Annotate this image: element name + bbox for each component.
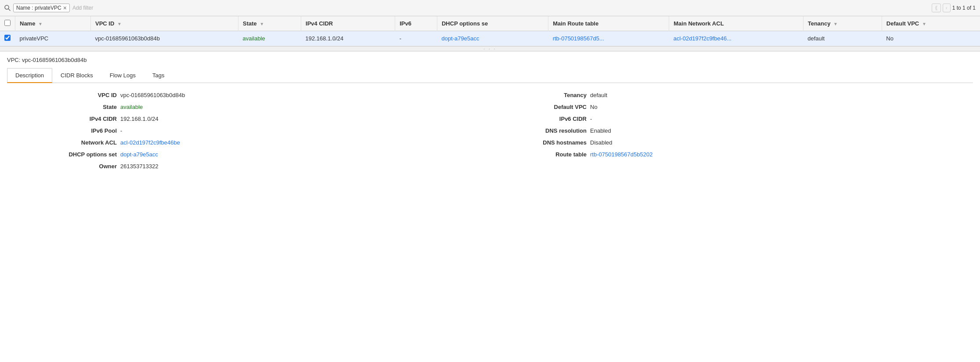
tenancy-sort-icon: ▼	[833, 22, 838, 26]
row-dhcp-link[interactable]: dopt-a79e5acc	[441, 35, 479, 42]
desc-row-ipv6pool: IPv6 Pool -	[51, 127, 486, 134]
search-bar: Name : privateVPC × Add filter ⟪ ‹ 1 to …	[0, 0, 980, 16]
desc-label-state: State	[51, 104, 117, 110]
row-vpcid: vpc-01685961063b0d84b	[91, 31, 238, 46]
col-header-ipv4cidr: IPv4 CIDR	[301, 16, 395, 31]
desc-value-network-acl[interactable]: acl-02d197f2c9fbe46be	[120, 139, 180, 146]
row-default-vpc: No	[882, 31, 980, 46]
pagination-text: 1 to 1 of 1	[952, 5, 976, 11]
state-sort-icon: ▼	[259, 22, 264, 26]
desc-label-ipv6pool: IPv6 Pool	[51, 127, 117, 134]
detail-tabs: Description CIDR Blocks Flow Logs Tags	[7, 68, 973, 83]
name-sort-icon: ▼	[38, 22, 43, 26]
desc-row-network-acl: Network ACL acl-02d197f2c9fbe46be	[51, 139, 486, 146]
tab-cidr-blocks[interactable]: CIDR Blocks	[52, 68, 101, 83]
desc-row-state: State available	[51, 104, 486, 110]
select-all-checkbox[interactable]	[4, 20, 11, 26]
search-icon	[4, 5, 11, 11]
desc-label-default-vpc: Default VPC	[521, 104, 587, 110]
divider-dots: · · ·	[484, 47, 497, 51]
col-header-state[interactable]: State ▼	[238, 16, 301, 31]
desc-left-column: VPC ID vpc-01685961063b0d84b State avail…	[7, 92, 503, 170]
vpc-table: Name ▼ VPC ID ▼ State ▼ IPv4 CIDR IPv6 D…	[0, 16, 980, 46]
detail-vpc-id-row: VPC: vpc-01685961063b0d84b	[7, 57, 973, 63]
table-header-row: Name ▼ VPC ID ▼ State ▼ IPv4 CIDR IPv6 D…	[0, 16, 980, 31]
desc-label-dns-hostnames: DNS hostnames	[521, 139, 587, 146]
desc-value-ipv6cidr: -	[590, 116, 592, 122]
row-checkbox-cell[interactable]	[0, 31, 15, 46]
desc-label-owner: Owner	[51, 163, 117, 170]
row-name: privateVPC	[15, 31, 91, 46]
add-filter-label[interactable]: Add filter	[72, 5, 929, 11]
row-main-route-link[interactable]: rtb-0750198567d5...	[553, 35, 604, 42]
desc-right-column: Tenancy default Default VPC No IPv6 CIDR…	[503, 92, 973, 170]
col-header-name[interactable]: Name ▼	[15, 16, 91, 31]
desc-row-dhcp-options: DHCP options set dopt-a79e5acc	[51, 151, 486, 158]
col-header-tenancy[interactable]: Tenancy ▼	[803, 16, 882, 31]
defaultvpc-sort-icon: ▼	[922, 22, 926, 26]
desc-value-dns-resolution: Enabled	[590, 127, 611, 134]
desc-label-dhcp-options: DHCP options set	[51, 151, 117, 158]
desc-row-ipv6cidr: IPv6 CIDR -	[521, 116, 955, 122]
col-header-ipv6: IPv6	[395, 16, 437, 31]
detail-panel: VPC: vpc-01685961063b0d84b Description C…	[0, 51, 980, 178]
desc-value-vpcid: vpc-01685961063b0d84b	[120, 92, 185, 98]
divider-area: · · ·	[0, 46, 980, 51]
desc-row-default-vpc: Default VPC No	[521, 104, 955, 110]
prev-page-button[interactable]: ‹	[943, 4, 951, 12]
desc-value-state: available	[120, 104, 143, 110]
desc-label-route-table: Route table	[521, 151, 587, 158]
row-main-route[interactable]: rtb-0750198567d5...	[548, 31, 669, 46]
desc-label-vpcid: VPC ID	[51, 92, 117, 98]
description-content: VPC ID vpc-01685961063b0d84b State avail…	[7, 83, 973, 178]
tab-tags[interactable]: Tags	[144, 68, 173, 83]
desc-value-dhcp-options[interactable]: dopt-a79e5acc	[120, 151, 158, 158]
row-ipv6: -	[395, 31, 437, 46]
desc-value-dns-hostnames: Disabled	[590, 139, 612, 146]
desc-row-route-table: Route table rtb-0750198567d5b5202	[521, 151, 955, 158]
row-tenancy: default	[803, 31, 882, 46]
desc-value-route-table[interactable]: rtb-0750198567d5b5202	[590, 151, 652, 158]
desc-value-ipv4cidr: 192.168.1.0/24	[120, 116, 159, 122]
pagination: ⟪ ‹ 1 to 1 of 1	[932, 4, 976, 12]
desc-label-ipv6cidr: IPv6 CIDR	[521, 116, 587, 122]
row-state-value: available	[242, 35, 265, 42]
desc-row-owner: Owner 261353713322	[51, 163, 486, 170]
desc-label-dns-resolution: DNS resolution	[521, 127, 587, 134]
row-checkbox[interactable]	[4, 35, 11, 41]
row-dhcp[interactable]: dopt-a79e5acc	[437, 31, 548, 46]
desc-row-tenancy: Tenancy default	[521, 92, 955, 98]
desc-value-owner: 261353713322	[120, 163, 159, 170]
row-ipv4cidr: 192.168.1.0/24	[301, 31, 395, 46]
tab-flow-logs[interactable]: Flow Logs	[101, 68, 144, 83]
row-main-acl-link[interactable]: acl-02d197f2c9fbe46...	[674, 35, 731, 42]
desc-value-tenancy: default	[590, 92, 607, 98]
col-header-main-acl: Main Network ACL	[669, 16, 803, 31]
first-page-button[interactable]: ⟪	[932, 4, 941, 12]
tab-description[interactable]: Description	[7, 68, 52, 83]
detail-vpc-label: VPC:	[7, 57, 20, 63]
desc-row-vpcid: VPC ID vpc-01685961063b0d84b	[51, 92, 486, 98]
desc-label-tenancy: Tenancy	[521, 92, 587, 98]
col-header-main-route: Main Route table	[548, 16, 669, 31]
table-row[interactable]: privateVPC vpc-01685961063b0d84b availab…	[0, 31, 980, 46]
row-state: available	[238, 31, 301, 46]
desc-row-dns-resolution: DNS resolution Enabled	[521, 127, 955, 134]
desc-label-network-acl: Network ACL	[51, 139, 117, 146]
row-main-acl[interactable]: acl-02d197f2c9fbe46...	[669, 31, 803, 46]
col-header-vpcid[interactable]: VPC ID ▼	[91, 16, 238, 31]
col-header-dhcp: DHCP options se	[437, 16, 548, 31]
col-header-default-vpc[interactable]: Default VPC ▼	[882, 16, 980, 31]
filter-tag-label: Name : privateVPC	[16, 5, 61, 11]
desc-label-ipv4cidr: IPv4 CIDR	[51, 116, 117, 122]
desc-row-dns-hostnames: DNS hostnames Disabled	[521, 139, 955, 146]
svg-line-1	[8, 9, 10, 11]
desc-value-ipv6pool: -	[120, 127, 122, 134]
vpcid-sort-icon: ▼	[117, 22, 122, 26]
desc-value-default-vpc: No	[590, 104, 598, 110]
filter-tag-remove[interactable]: ×	[63, 5, 67, 11]
desc-row-ipv4cidr: IPv4 CIDR 192.168.1.0/24	[51, 116, 486, 122]
select-all-header[interactable]	[0, 16, 15, 31]
filter-tag: Name : privateVPC ×	[13, 4, 70, 12]
detail-vpc-id-value: vpc-01685961063b0d84b	[22, 57, 86, 63]
